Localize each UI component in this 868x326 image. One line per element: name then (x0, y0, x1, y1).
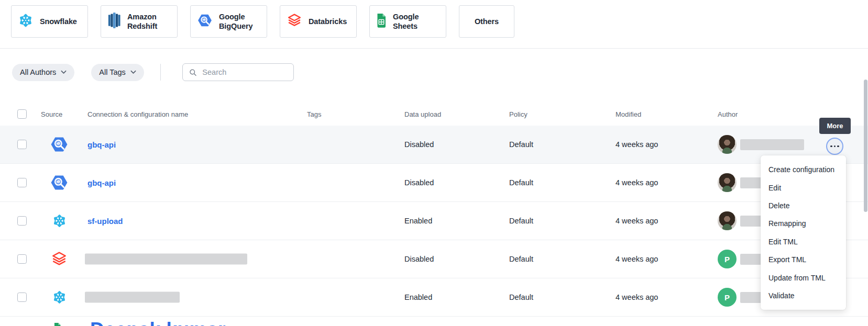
more-actions-button[interactable] (826, 138, 843, 155)
redacted-name-bar (85, 254, 247, 265)
connector-card-label: Others (475, 17, 499, 26)
row-checkbox[interactable] (17, 216, 27, 226)
connector-card-databricks[interactable]: Databricks (280, 5, 357, 38)
connector-card-snowflake[interactable]: Snowflake (11, 5, 88, 38)
redacted-author-name-bar (740, 139, 804, 150)
databricks-icon (287, 14, 302, 27)
column-header-name: Connection & configuration name (87, 110, 188, 118)
table-row: Disabled Default 4 weeks ago P (0, 240, 868, 278)
google-sheets-icon (53, 323, 61, 326)
row-checkbox[interactable] (17, 178, 27, 187)
policy-cell: Default (509, 178, 533, 187)
table-row: Deepak kumar (0, 317, 868, 326)
modified-cell: 4 weeks ago (616, 255, 658, 263)
menu-item-edit-tml[interactable]: Edit TML (761, 233, 846, 251)
snowflake-icon (52, 213, 67, 229)
chevron-down-icon (61, 70, 67, 74)
source-cell (52, 323, 62, 326)
column-header-data-upload: Data upload (404, 110, 441, 118)
connector-card-label: Google Sheets (393, 12, 419, 31)
connector-card-google-sheets[interactable]: Google Sheets (369, 5, 446, 38)
row-checkbox[interactable] (17, 293, 27, 302)
column-header-policy: Policy (509, 110, 528, 118)
menu-item-export-tml[interactable]: Export TML (761, 251, 846, 268)
context-menu: Create configurationEditDeleteRemappingE… (761, 155, 846, 310)
table-row: Enabled Default 4 weeks ago P (0, 278, 868, 317)
filter-divider (160, 64, 161, 81)
databricks-icon (51, 252, 68, 266)
column-header-tags: Tags (307, 110, 321, 118)
connection-name-cell: gbq-api (87, 178, 116, 187)
policy-cell: Default (509, 217, 533, 225)
author-avatar (718, 135, 737, 154)
filter-bar: All Authors All Tags (12, 63, 294, 81)
modified-cell: 4 weeks ago (616, 293, 658, 301)
connection-name-cell: Deepak kumar (87, 319, 226, 326)
ellipsis-icon (830, 145, 832, 148)
author-avatar (718, 211, 737, 230)
data-upload-cell: Enabled (404, 217, 432, 225)
modified-cell: 4 weeks ago (616, 178, 658, 187)
connection-name-link[interactable]: gbq-api (87, 140, 116, 149)
connector-card-label: Databricks (309, 17, 347, 26)
amazon-redshift-icon (107, 13, 121, 28)
tags-filter-dropdown[interactable]: All Tags (91, 64, 144, 81)
modified-cell: 4 weeks ago (616, 217, 658, 225)
authors-filter-label: All Authors (20, 68, 56, 76)
data-upload-cell: Disabled (404, 178, 434, 187)
source-cell (50, 173, 69, 192)
connector-card-label: Snowflake (40, 17, 77, 26)
table-row: sf-upload Enabled Default 4 weeks ago (0, 202, 868, 240)
connection-name-link[interactable]: gbq-api (87, 178, 116, 187)
connector-card-label: Google BigQuery (219, 12, 252, 31)
connection-name-link[interactable]: Deepak kumar (90, 319, 226, 326)
menu-item-delete[interactable]: Delete (761, 197, 846, 215)
connector-card-others[interactable]: Others (459, 5, 514, 38)
row-checkbox[interactable] (17, 140, 27, 149)
google-bigquery-icon (50, 173, 69, 192)
tags-filter-label: All Tags (99, 68, 126, 76)
column-header-source: Source (41, 110, 62, 118)
connection-name-cell: gbq-api (87, 140, 116, 149)
menu-item-update-from-tml[interactable]: Update from TML (761, 268, 846, 286)
menu-item-validate[interactable]: Validate (761, 287, 846, 305)
vertical-scrollbar-thumb[interactable] (864, 80, 867, 212)
source-cell (50, 213, 69, 229)
chevron-down-icon (130, 70, 136, 74)
source-cell (50, 290, 69, 305)
data-upload-cell: Disabled (404, 255, 434, 263)
modified-cell: 4 weeks ago (616, 140, 658, 149)
more-tooltip: More (819, 118, 851, 134)
connector-card-label: Amazon Redshift (127, 12, 157, 31)
connector-type-bar: Snowflake Amazon Redshift Google BigQuer… (11, 5, 514, 38)
search-box (182, 63, 294, 81)
google-bigquery-icon (50, 135, 69, 154)
menu-item-remapping[interactable]: Remapping (761, 215, 846, 232)
policy-cell: Default (509, 140, 533, 149)
policy-cell: Default (509, 255, 533, 263)
connection-name-cell: sf-upload (87, 217, 123, 226)
author-avatar: P (718, 288, 737, 307)
snowflake-icon (52, 290, 67, 305)
author-cell (718, 135, 804, 154)
policy-cell: Default (509, 293, 533, 301)
search-icon (189, 68, 197, 77)
row-checkbox[interactable] (17, 254, 27, 264)
table-row: gbq-api Disabled Default 4 weeks ago (0, 164, 868, 202)
source-cell (50, 252, 69, 266)
connection-name-link[interactable]: sf-upload (87, 217, 123, 226)
select-all-checkbox[interactable] (17, 109, 27, 119)
data-upload-cell: Enabled (404, 293, 432, 301)
connection-name-cell (87, 254, 247, 265)
authors-filter-dropdown[interactable]: All Authors (12, 64, 74, 81)
menu-item-create-configuration[interactable]: Create configuration (761, 161, 846, 178)
search-input[interactable] (201, 68, 287, 77)
connector-card-amazon-redshift[interactable]: Amazon Redshift (101, 5, 178, 38)
connector-card-google-bigquery[interactable]: Google BigQuery (190, 5, 267, 38)
table-body: gbq-api Disabled Default 4 weeks ago gbq… (0, 126, 868, 326)
author-avatar: P (718, 250, 737, 268)
author-avatar (718, 173, 737, 192)
snowflake-icon (18, 13, 34, 28)
menu-item-edit[interactable]: Edit (761, 178, 846, 196)
table-header: Source Connection & configuration name T… (0, 102, 868, 126)
